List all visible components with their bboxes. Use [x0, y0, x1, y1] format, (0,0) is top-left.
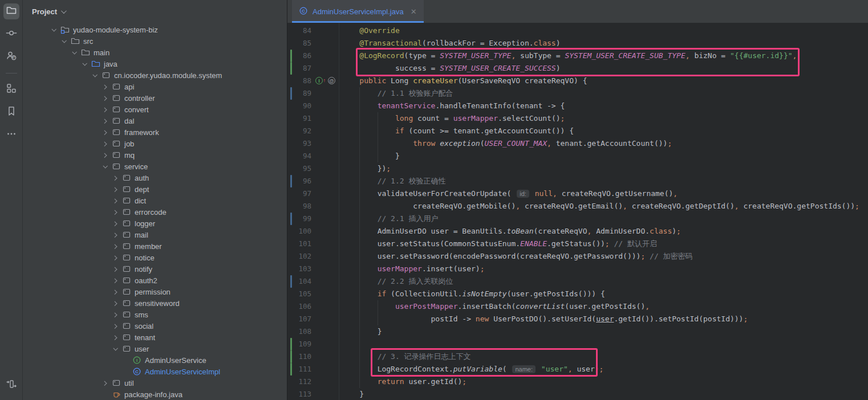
- tree-chevron-icon[interactable]: [108, 187, 121, 191]
- line-number[interactable]: 93: [287, 137, 311, 150]
- tree-item-api[interactable]: api: [23, 81, 287, 92]
- tree-item-job[interactable]: job: [23, 138, 287, 149]
- structure-tool-button[interactable]: [3, 81, 19, 97]
- bottom-dock-tool-button[interactable]: [3, 377, 19, 393]
- tree-chevron-icon[interactable]: [108, 336, 121, 339]
- tree-chevron-icon[interactable]: [108, 313, 121, 316]
- code-line-87[interactable]: 87 success = SYSTEM_USER_CREATE_SUCCESS): [287, 62, 868, 75]
- line-number[interactable]: 104: [287, 275, 311, 288]
- bookmarks-tool-button[interactable]: [3, 104, 19, 120]
- tree-chevron-icon[interactable]: [98, 381, 111, 385]
- code-line-102[interactable]: 102 user.setPassword(encodePassword(crea…: [287, 250, 868, 263]
- line-number[interactable]: 101: [287, 238, 311, 250]
- tree-item-controller[interactable]: controller: [23, 92, 287, 104]
- line-number[interactable]: 85: [287, 37, 311, 50]
- code-line-92[interactable]: 92 if (count >= tenant.getAccountCount()…: [287, 125, 868, 137]
- tree-chevron-icon[interactable]: [108, 256, 121, 259]
- tree-chevron-icon[interactable]: [108, 199, 121, 202]
- tree-chevron-icon[interactable]: [108, 210, 121, 214]
- tree-item-member[interactable]: member: [23, 240, 287, 252]
- tree-chevron-icon[interactable]: [108, 176, 121, 179]
- tree-chevron-icon[interactable]: [47, 28, 60, 31]
- line-number[interactable]: 103: [287, 263, 311, 275]
- line-number[interactable]: 90: [287, 100, 311, 112]
- tree-chevron-icon[interactable]: [108, 290, 121, 293]
- tree-chevron-icon[interactable]: [98, 142, 111, 145]
- tree-item-notify[interactable]: notify: [23, 263, 287, 275]
- tree-chevron-icon[interactable]: [98, 108, 111, 111]
- code-line-94[interactable]: 94 }: [287, 150, 868, 162]
- tree-item-util[interactable]: util: [23, 377, 287, 389]
- line-number[interactable]: 98: [287, 200, 311, 213]
- tree-item-main[interactable]: main: [23, 47, 287, 58]
- tree-chevron-icon[interactable]: [78, 62, 91, 66]
- code-line-106[interactable]: 106 userPostMapper.insertBatch(convertLi…: [287, 300, 868, 313]
- tree-item-dept[interactable]: dept: [23, 183, 287, 195]
- line-number[interactable]: 110: [287, 350, 311, 363]
- tree-chevron-icon[interactable]: [108, 233, 121, 236]
- line-number[interactable]: 109: [287, 338, 311, 350]
- code-line-108[interactable]: 108 }: [287, 325, 868, 338]
- tree-item-tenant[interactable]: tenant: [23, 332, 287, 343]
- tree-item-errorcode[interactable]: errorcode: [23, 206, 287, 218]
- tree-item-logger[interactable]: logger: [23, 218, 287, 229]
- line-number[interactable]: 112: [287, 375, 311, 388]
- tree-chevron-icon[interactable]: [108, 324, 121, 328]
- line-number[interactable]: 86: [287, 50, 311, 62]
- code-line-104[interactable]: 104 // 2.2 插入关联岗位: [287, 275, 868, 288]
- code-line-110[interactable]: 110 // 3. 记录操作日志上下文: [287, 350, 868, 363]
- code-line-84[interactable]: 84 @Override: [287, 25, 868, 37]
- tree-item-adminuserserviceimpl[interactable]: CAdminUserServiceImpl: [23, 366, 287, 377]
- tree-chevron-icon[interactable]: [108, 279, 121, 282]
- code-line-93[interactable]: 93 throw exception(USER_COUNT_MAX, tenan…: [287, 137, 868, 150]
- tree-chevron-icon[interactable]: [67, 51, 80, 54]
- code-line-103[interactable]: 103 userMapper.insert(user);: [287, 263, 868, 275]
- code-line-86[interactable]: 86 @LogRecord(type = SYSTEM_USER_TYPE, s…: [287, 50, 868, 62]
- code-line-112[interactable]: 112 return user.getId();: [287, 375, 868, 388]
- code-line-90[interactable]: 90 tenantService.handleTenantInfo(tenant…: [287, 100, 868, 112]
- line-number[interactable]: 99: [287, 213, 311, 225]
- line-number[interactable]: 113: [287, 388, 311, 400]
- tree-item-yudao-module-system-biz[interactable]: yudao-module-system-biz: [23, 24, 287, 35]
- tree-item-notice[interactable]: notice: [23, 252, 287, 263]
- tree-item-framework[interactable]: framework: [23, 126, 287, 138]
- code-line-96[interactable]: 96 // 1.2 校验正确性: [287, 175, 868, 187]
- tree-chevron-icon[interactable]: [57, 39, 70, 43]
- line-number[interactable]: 102: [287, 250, 311, 263]
- line-number[interactable]: 88: [287, 75, 311, 87]
- code-line-85[interactable]: 85 @Transactional(rollbackFor = Exceptio…: [287, 37, 868, 50]
- tree-item-sms[interactable]: sms: [23, 309, 287, 320]
- tree-item-mq[interactable]: mq: [23, 149, 287, 161]
- tree-item-oauth2[interactable]: oauth2: [23, 275, 287, 286]
- code-line-89[interactable]: 89 // 1.1 校验账户配合: [287, 87, 868, 100]
- code-line-105[interactable]: 105 if (CollectionUtil.isNotEmpty(user.g…: [287, 288, 868, 300]
- line-number[interactable]: 94: [287, 150, 311, 162]
- project-panel-header[interactable]: Project: [23, 0, 287, 23]
- tree-chevron-icon[interactable]: [108, 267, 121, 271]
- tree-chevron-icon[interactable]: [98, 165, 111, 168]
- tab-adminuserserviceimpl[interactable]: C AdminUserServiceImpl.java ✕: [292, 0, 424, 23]
- tree-chevron-icon[interactable]: [108, 301, 121, 305]
- tree-item-auth[interactable]: auth: [23, 172, 287, 183]
- tree-chevron-icon[interactable]: [98, 96, 111, 100]
- tree-item-social[interactable]: social: [23, 320, 287, 332]
- line-number[interactable]: 107: [287, 313, 311, 325]
- commit-tool-button[interactable]: [3, 26, 19, 42]
- tree-item-permission[interactable]: permission: [23, 286, 287, 297]
- code-line-111[interactable]: 111 LogRecordContext.putVariable( name: …: [287, 363, 868, 375]
- implements-icon[interactable]: I: [315, 77, 323, 84]
- tree-item-dict[interactable]: dict: [23, 195, 287, 206]
- tree-item-cn-iocoder-yudao-module-system[interactable]: cn.iocoder.yudao.module.system: [23, 70, 287, 81]
- line-number[interactable]: 106: [287, 300, 311, 313]
- code-line-107[interactable]: 107 postId -> new UserPostDO().setUserId…: [287, 313, 868, 325]
- tree-item-user[interactable]: user: [23, 343, 287, 354]
- line-number[interactable]: 111: [287, 363, 311, 375]
- annotation-icon[interactable]: @: [328, 77, 335, 84]
- tree-item-src[interactable]: src: [23, 35, 287, 47]
- tree-item-mail[interactable]: mail: [23, 229, 287, 240]
- code-line-109[interactable]: 109: [287, 338, 868, 350]
- line-number[interactable]: 89: [287, 87, 311, 100]
- line-number[interactable]: 108: [287, 325, 311, 338]
- tree-chevron-icon[interactable]: [98, 119, 111, 123]
- line-number[interactable]: 95: [287, 162, 311, 175]
